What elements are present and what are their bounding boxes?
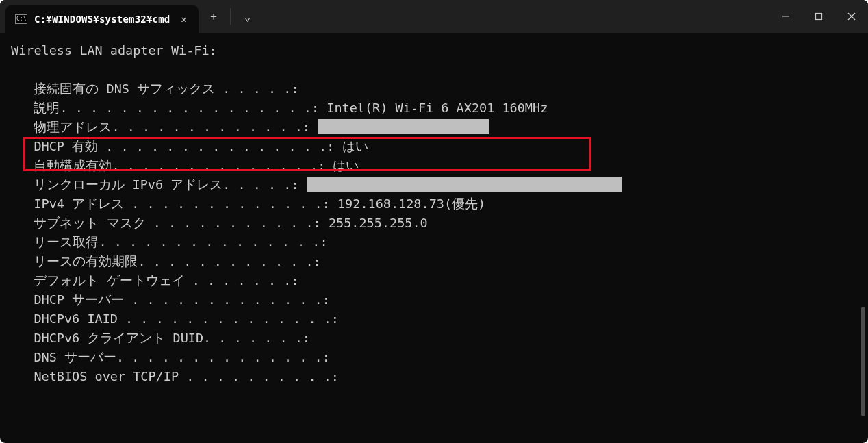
field-dots: . . . . . . . . . . . . . .: bbox=[112, 158, 325, 173]
output-line: DHCP 有効 . . . . . . . . . . . . . . .: は… bbox=[11, 137, 857, 156]
field-dots: . . . . .: bbox=[222, 177, 298, 192]
field-dots: . . . . . . . . . . . . . .: bbox=[125, 312, 339, 326]
field-dots: . . . . . . . . . . . . . .: bbox=[116, 350, 330, 364]
output-line: デフォルト ゲートウェイ . . . . . . .: bbox=[11, 271, 857, 290]
field-value: 192.168.128.73(優先) bbox=[330, 197, 485, 211]
tab-row: C:\ C:¥WINDOWS¥system32¥cmd ✕ ＋ ⌄ bbox=[0, 0, 769, 33]
output-line: 説明. . . . . . . . . . . . . . . . .: Int… bbox=[11, 99, 857, 118]
field-label: リースの有効期限 bbox=[11, 254, 138, 268]
field-value: Intel(R) Wi-Fi 6 AX201 160MHz bbox=[319, 101, 548, 115]
close-button[interactable] bbox=[835, 0, 868, 33]
field-label: 説明 bbox=[11, 101, 60, 115]
field-value: はい bbox=[334, 139, 368, 153]
output-line: DHCPv6 IAID . . . . . . . . . . . . . .: bbox=[11, 309, 857, 329]
field-dots: . . . . . . . . . .: bbox=[186, 369, 339, 383]
tab-actions: ＋ ⌄ bbox=[199, 0, 262, 33]
output-line: サブネット マスク . . . . . . . . . . .: 255.255… bbox=[11, 214, 857, 233]
output-line: IPv4 アドレス . . . . . . . . . . . . .: 192… bbox=[11, 194, 857, 214]
field-label: DHCP 有効 bbox=[11, 139, 105, 153]
terminal-output[interactable]: Wireless LAN adapter Wi-Fi: 接続固有の DNS サフ… bbox=[0, 41, 868, 400]
svg-rect-1 bbox=[816, 14, 822, 20]
tab-dropdown-button[interactable]: ⌄ bbox=[232, 0, 262, 33]
output-line: 物理アドレス. . . . . . . . . . . . .: bbox=[11, 118, 857, 137]
maximize-button[interactable] bbox=[802, 0, 835, 33]
field-label: 接続固有の DNS サフィックス bbox=[11, 81, 215, 96]
field-dots: . . . . . . . . . . . .: bbox=[138, 254, 320, 268]
redacted-value bbox=[307, 177, 622, 192]
field-label: DHCPv6 IAID bbox=[11, 312, 125, 326]
field-dots: . . . . . . . . . . . . .: bbox=[131, 292, 330, 307]
field-dots: . . . . . . . . . . . . . . .: bbox=[99, 235, 327, 249]
output-line: NetBIOS over TCP/IP . . . . . . . . . .: bbox=[11, 367, 857, 386]
redacted-value bbox=[318, 119, 489, 134]
output-line: 接続固有の DNS サフィックス . . . . .: bbox=[11, 79, 857, 99]
terminal-window: C:\ C:¥WINDOWS¥system32¥cmd ✕ ＋ ⌄ Wirele… bbox=[0, 0, 868, 443]
tab-active[interactable]: C:\ C:¥WINDOWS¥system32¥cmd ✕ bbox=[5, 5, 199, 33]
output-line: リンクローカル IPv6 アドレス. . . . .: bbox=[11, 175, 857, 194]
field-dots: . . . . . . . . . . . . . . . . .: bbox=[60, 101, 319, 115]
window-controls bbox=[769, 0, 868, 33]
console-icon: C:\ bbox=[15, 14, 27, 24]
field-dots: . . . . . . . . . . . . . . .: bbox=[105, 139, 334, 153]
output-line: DNS サーバー. . . . . . . . . . . . . .: bbox=[11, 348, 857, 367]
field-label: リンクローカル IPv6 アドレス bbox=[11, 177, 222, 192]
output-line: 自動構成有効. . . . . . . . . . . . . .: はい bbox=[11, 156, 857, 175]
new-tab-button[interactable]: ＋ bbox=[199, 0, 229, 33]
minimize-button[interactable] bbox=[769, 0, 802, 33]
output-line: リース取得. . . . . . . . . . . . . . .: bbox=[11, 233, 857, 252]
field-dots: . . . . . . .: bbox=[203, 331, 310, 345]
field-label: IPv4 アドレス bbox=[11, 197, 131, 211]
tab-title: C:¥WINDOWS¥system32¥cmd bbox=[34, 14, 170, 25]
field-dots: . . . . . . . . . . . . .: bbox=[112, 120, 310, 134]
output-line: DHCPv6 クライアント DUID. . . . . . .: bbox=[11, 329, 857, 348]
titlebar: C:\ C:¥WINDOWS¥system32¥cmd ✕ ＋ ⌄ bbox=[0, 0, 868, 33]
field-label: 自動構成有効 bbox=[11, 158, 112, 173]
close-tab-button[interactable]: ✕ bbox=[177, 14, 190, 25]
field-dots: . . . . . . . . . . . . .: bbox=[131, 197, 330, 211]
adapter-header: Wireless LAN adapter Wi-Fi: bbox=[11, 41, 857, 60]
field-dots: . . . . .: bbox=[215, 81, 299, 96]
field-dots: . . . . . . . . . . .: bbox=[153, 216, 321, 230]
output-line: リースの有効期限. . . . . . . . . . . .: bbox=[11, 252, 857, 271]
field-dots: . . . . . . .: bbox=[192, 273, 299, 288]
field-label: デフォルト ゲートウェイ bbox=[11, 273, 192, 288]
field-label: サブネット マスク bbox=[11, 216, 153, 230]
field-label: DHCPv6 クライアント DUID bbox=[11, 331, 203, 345]
output-line: DHCP サーバー . . . . . . . . . . . . .: bbox=[11, 290, 857, 309]
field-value: 255.255.255.0 bbox=[321, 216, 428, 230]
field-label: DNS サーバー bbox=[11, 350, 116, 364]
field-label: DHCP サーバー bbox=[11, 292, 131, 307]
tab-divider bbox=[230, 8, 231, 25]
field-label: リース取得 bbox=[11, 235, 99, 249]
scrollbar-thumb[interactable] bbox=[861, 307, 865, 416]
field-value: はい bbox=[325, 158, 359, 173]
field-label: NetBIOS over TCP/IP bbox=[11, 369, 186, 383]
field-label: 物理アドレス bbox=[11, 120, 112, 134]
